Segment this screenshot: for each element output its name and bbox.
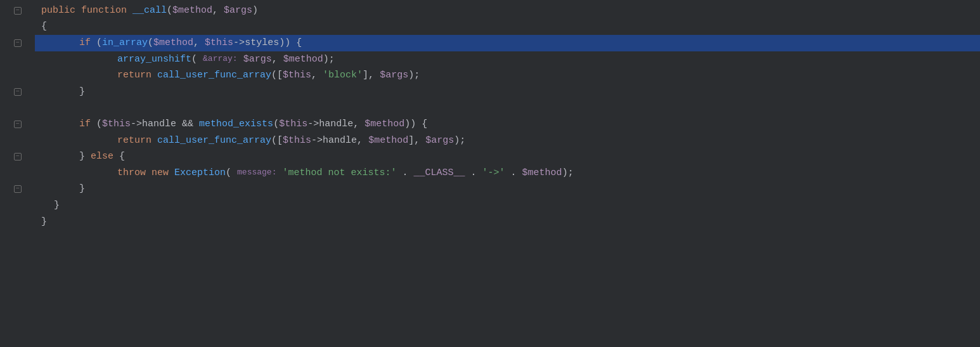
fn-call-user-func: call_user_func_array xyxy=(157,68,271,83)
fn-in-array: in_array xyxy=(102,36,148,51)
brace-close3: } xyxy=(79,181,85,197)
keyword-if: if xyxy=(79,117,96,132)
gutter-item xyxy=(0,84,35,100)
var-args: $args xyxy=(224,3,252,18)
punct: ); xyxy=(323,52,335,67)
var-method4: $method xyxy=(522,166,562,181)
str-arrow: '->' xyxy=(482,166,505,181)
code-line: array_unshift( &array: $args, $method); xyxy=(35,51,980,68)
var-args: $args xyxy=(380,68,408,83)
operator-concat2: . xyxy=(465,166,482,181)
gutter-item xyxy=(0,197,35,214)
punct: ( xyxy=(191,52,203,67)
keyword-public: public xyxy=(41,3,81,18)
operator-arrow3: -> xyxy=(311,133,323,148)
fold-icon[interactable] xyxy=(14,39,22,47)
gutter-item xyxy=(0,165,35,181)
var-method: $method xyxy=(153,36,193,51)
punct: , xyxy=(311,68,323,83)
code-line: } xyxy=(35,214,980,230)
var-method: $method xyxy=(172,3,212,18)
property-styles: styles xyxy=(245,36,279,51)
var-this: $this xyxy=(283,68,311,83)
keyword-if: if xyxy=(79,36,96,51)
punct: ) xyxy=(252,3,258,18)
code-line: return call_user_func_array([$this, 'blo… xyxy=(35,67,980,84)
str-block: 'block' xyxy=(323,68,363,83)
property-handle: handle xyxy=(142,117,182,132)
punct: ([ xyxy=(271,133,283,148)
var-this: $this xyxy=(205,36,233,51)
brace-open: { xyxy=(422,117,427,132)
gutter-item xyxy=(0,148,35,165)
fold-icon[interactable] xyxy=(14,121,22,128)
code-content: public function __call($method, $args) {… xyxy=(35,0,980,347)
code-line: } xyxy=(35,181,980,198)
punct: , xyxy=(212,3,224,18)
punct: ( xyxy=(96,36,102,51)
var-method2: $method xyxy=(364,117,404,132)
property-handle3: handle xyxy=(323,133,357,148)
gutter-item xyxy=(0,67,35,84)
gutter-item xyxy=(0,100,35,117)
fn-array-unshift: array_unshift xyxy=(117,52,191,67)
param-label-message: message: xyxy=(237,166,276,180)
var-method: $method xyxy=(283,52,323,67)
keyword-throw: throw xyxy=(117,166,152,181)
code-line: } xyxy=(35,197,980,214)
gutter-item xyxy=(0,51,35,68)
gutter-item xyxy=(0,3,35,19)
punct: )) xyxy=(279,36,296,51)
code-line-highlighted: if (in_array($method, $this->styles)) { xyxy=(35,35,980,51)
fn-method-exists: method_exists xyxy=(199,117,273,132)
fold-icon[interactable] xyxy=(14,185,22,193)
keyword-return2: return xyxy=(117,133,157,148)
code-line: throw new Exception( message: 'method no… xyxy=(35,165,980,181)
operator-concat: . xyxy=(397,166,414,181)
keyword-function: function xyxy=(81,3,132,18)
punct: ( xyxy=(273,117,279,132)
code-line: } xyxy=(35,84,980,100)
punct: , xyxy=(357,133,368,148)
gutter-item xyxy=(0,133,35,149)
function-name: __call xyxy=(132,3,167,18)
param-label-array: &array: xyxy=(203,53,238,66)
gutter-item xyxy=(0,214,35,230)
operator-concat3: . xyxy=(505,166,522,181)
punct: ], xyxy=(408,133,425,148)
brace-close2: } xyxy=(79,149,91,164)
keyword-return: return xyxy=(117,68,157,83)
code-line: if ($this->handle && method_exists($this… xyxy=(35,116,980,133)
str-method-not-exists: 'method not exists:' xyxy=(283,166,397,181)
brace-open2: { xyxy=(119,149,125,164)
code-line: { xyxy=(35,19,980,36)
gutter-item xyxy=(0,35,35,51)
punct: ( xyxy=(226,166,237,181)
code-editor: public function __call($method, $args) {… xyxy=(0,0,980,347)
punct: ( xyxy=(148,36,153,51)
var-this: $this xyxy=(102,117,131,132)
code-line: public function __call($method, $args) xyxy=(35,3,980,19)
property-handle2: handle xyxy=(319,117,353,132)
fold-icon[interactable] xyxy=(14,88,22,96)
punct: ], xyxy=(363,68,380,83)
brace-close5: } xyxy=(41,214,47,230)
magic-class: __CLASS__ xyxy=(414,166,465,181)
class-exception: Exception xyxy=(174,166,226,181)
keyword-else: else xyxy=(91,149,119,164)
var-this2: $this xyxy=(279,117,307,132)
code-line: return call_user_func_array([$this->hand… xyxy=(35,133,980,149)
brace-open: { xyxy=(296,36,302,51)
operator-arrow2: -> xyxy=(307,117,319,132)
keyword-new: new xyxy=(152,166,174,181)
punct xyxy=(238,52,243,67)
gutter-item xyxy=(0,19,35,36)
fold-icon[interactable] xyxy=(14,7,22,15)
editor-gutter xyxy=(0,0,35,347)
punct: ( xyxy=(167,3,172,18)
gutter-item xyxy=(0,181,35,198)
code-line-empty xyxy=(35,100,980,117)
punct: )) xyxy=(404,117,422,132)
punct: , xyxy=(353,117,364,132)
fold-icon[interactable] xyxy=(14,153,22,160)
